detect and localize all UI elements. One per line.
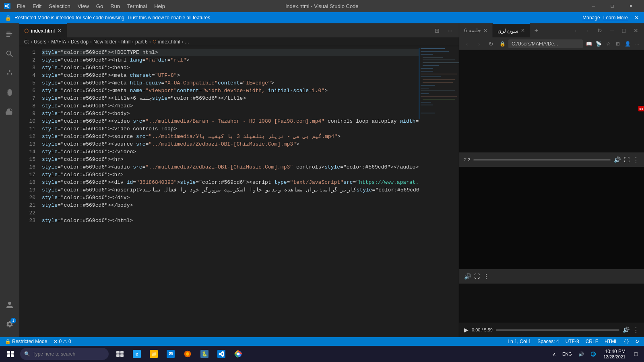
- menu-help[interactable]: Help: [151, 2, 168, 10]
- preview-minimize-button[interactable]: ─: [606, 25, 617, 36]
- breadcrumb-more[interactable]: ...: [185, 39, 189, 45]
- preview-tab-sevonlearn-close[interactable]: ✕: [521, 28, 525, 33]
- taskbar-search-placeholder: Type here to search: [33, 351, 75, 357]
- preview-tab-add-button[interactable]: +: [530, 23, 542, 37]
- status-line-ending[interactable]: CRLF: [584, 337, 600, 346]
- taskbar-taskview-button[interactable]: [112, 346, 128, 362]
- addr-cast-icon[interactable]: 📡: [594, 39, 603, 48]
- more-actions-button[interactable]: ···: [444, 25, 456, 36]
- addr-collections-icon[interactable]: ⊞: [613, 39, 622, 48]
- taskbar-clock[interactable]: 10:40 PM 12/28/2021: [600, 346, 629, 362]
- tab-index-html[interactable]: ⬡ index.html ✕: [19, 23, 67, 37]
- breadcrumb-html[interactable]: html: [121, 39, 130, 45]
- preview-back-button[interactable]: ‹: [570, 25, 581, 36]
- menu-go[interactable]: Go: [93, 2, 106, 10]
- breadcrumb-desktop[interactable]: Desktop: [71, 39, 89, 45]
- activity-debug[interactable]: [0, 83, 19, 102]
- breadcrumb-users[interactable]: Users: [34, 39, 46, 45]
- close-button[interactable]: ✕: [621, 0, 640, 12]
- addr-back-button[interactable]: ‹: [462, 39, 472, 49]
- preview-close-button[interactable]: ✕: [630, 25, 642, 36]
- addr-favorite-icon[interactable]: ☆: [604, 39, 613, 48]
- status-position[interactable]: Ln 1, Col 1: [506, 337, 533, 346]
- menu-terminal[interactable]: Terminal: [124, 2, 150, 10]
- breadcrumb-newfolder[interactable]: New folder: [93, 39, 116, 45]
- preview-forward-button[interactable]: ›: [582, 25, 593, 36]
- video-volume-button-3[interactable]: 🔊: [623, 327, 630, 333]
- status-errors[interactable]: ✕ 0 ⚠ 0: [52, 337, 72, 346]
- video-fullscreen-button-1[interactable]: ⛶: [624, 156, 630, 163]
- activity-extensions[interactable]: [0, 102, 19, 121]
- activity-account[interactable]: [0, 295, 19, 315]
- start-button[interactable]: [2, 346, 19, 362]
- minimize-button[interactable]: ─: [584, 0, 603, 12]
- status-format-icon[interactable]: { }: [623, 337, 630, 346]
- video-fullscreen-button-2[interactable]: ⛶: [474, 273, 480, 280]
- video-more-button-3[interactable]: ⋮: [633, 326, 639, 334]
- status-spaces[interactable]: Spaces: 4: [536, 337, 560, 346]
- breadcrumb-mafia[interactable]: MAFIA: [51, 39, 66, 45]
- taskbar-chrome-button[interactable]: [230, 346, 246, 362]
- svg-rect-29: [116, 354, 120, 357]
- notification-close-button[interactable]: ✕: [634, 14, 639, 21]
- activity-search[interactable]: [0, 44, 19, 64]
- menu-run[interactable]: Run: [107, 2, 123, 10]
- taskbar-ime[interactable]: ENG: [560, 346, 574, 362]
- taskbar-ie-button[interactable]: e: [129, 346, 145, 362]
- addr-forward-button[interactable]: ›: [474, 39, 484, 49]
- maximize-button[interactable]: □: [603, 0, 621, 12]
- menu-selection[interactable]: Selection: [45, 2, 73, 10]
- preview-reload-button[interactable]: ↻: [594, 25, 605, 36]
- preview-tab-jalase-close[interactable]: ✕: [483, 28, 487, 33]
- taskbar-python-button[interactable]: 🐍: [196, 346, 213, 362]
- video-play-button-3[interactable]: ▶: [464, 327, 469, 333]
- taskbar-sys-tray[interactable]: ∧: [550, 346, 558, 362]
- tab-close-button[interactable]: ✕: [57, 27, 62, 34]
- breadcrumb-indexhtml[interactable]: index.html: [158, 39, 180, 45]
- video-progress-1[interactable]: [473, 159, 611, 160]
- status-restricted-mode[interactable]: 🔒 Restricted Mode: [3, 337, 49, 346]
- title-bar-controls: ─ □ ✕: [584, 0, 640, 12]
- breadcrumb-part6[interactable]: part 6: [135, 39, 148, 45]
- preview-tab-sevonlearn[interactable]: سون لرن ✕: [493, 23, 530, 37]
- taskbar-network[interactable]: 🌐: [588, 346, 599, 362]
- taskbar-firefox-button[interactable]: [180, 346, 196, 362]
- manage-link[interactable]: Manage: [582, 15, 600, 21]
- menu-file[interactable]: File: [14, 2, 29, 10]
- video-volume-button-1[interactable]: 🔊: [614, 156, 621, 163]
- status-sync-icon[interactable]: ↻: [634, 337, 641, 346]
- taskbar-notification-button[interactable]: □: [630, 346, 642, 362]
- activity-explorer[interactable]: [0, 25, 19, 44]
- learn-more-link[interactable]: Learn More: [603, 15, 628, 21]
- network-icon: 🌐: [590, 352, 596, 357]
- status-encoding[interactable]: UTF-8: [564, 337, 581, 346]
- video-volume-button-2[interactable]: 🔊: [464, 273, 471, 280]
- svg-rect-12: [421, 71, 433, 72]
- taskbar-vscode-button[interactable]: [213, 346, 229, 362]
- taskbar-search[interactable]: 🔍 Type here to search: [20, 348, 109, 360]
- split-editor-button[interactable]: ⊞: [431, 25, 443, 36]
- activity-source-control[interactable]: [0, 64, 19, 83]
- svg-rect-30: [120, 354, 124, 357]
- preview-tab-jalase[interactable]: 6 جلسه ✕: [459, 23, 493, 37]
- addr-account-icon[interactable]: 👤: [623, 39, 632, 48]
- addr-more-icon[interactable]: ···: [633, 39, 642, 48]
- addr-reload-button[interactable]: ↻: [486, 39, 496, 49]
- taskbar-mail-button[interactable]: ✉: [163, 346, 179, 362]
- status-language[interactable]: HTML: [603, 337, 619, 346]
- addr-reader-icon[interactable]: 📖: [584, 39, 593, 48]
- video-more-button-2[interactable]: ⋮: [483, 273, 489, 280]
- menu-view[interactable]: View: [74, 2, 92, 10]
- address-input[interactable]: [508, 39, 583, 48]
- menu-edit[interactable]: Edit: [29, 2, 45, 10]
- status-bar: 🔒 Restricted Mode ✕ 0 ⚠ 0 Ln 1, Col 1 Sp…: [0, 337, 644, 346]
- restricted-mode-label: Restricted Mode: [12, 339, 47, 344]
- video-more-button-1[interactable]: ⋮: [633, 156, 639, 164]
- code-content[interactable]: style="color:#569cd6"><!DOCTYPE html>sty…: [39, 46, 419, 337]
- video-progress-3[interactable]: [496, 329, 619, 331]
- preview-restore-button[interactable]: □: [618, 25, 630, 36]
- activity-settings[interactable]: 1: [0, 315, 19, 334]
- breadcrumb-c[interactable]: C:: [24, 39, 29, 45]
- taskbar-explorer-button[interactable]: 📁: [146, 346, 162, 362]
- taskbar-volume[interactable]: 🔊: [576, 346, 586, 362]
